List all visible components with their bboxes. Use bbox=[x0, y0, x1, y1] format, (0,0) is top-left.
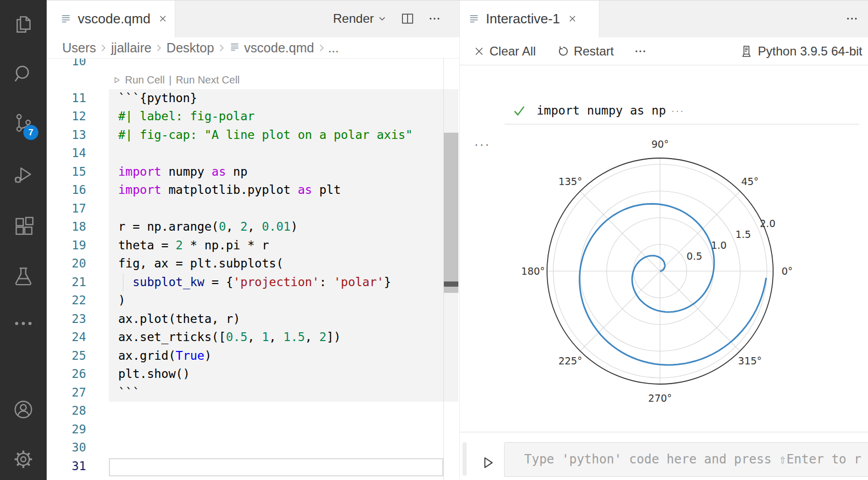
line-number: 20 bbox=[47, 255, 86, 273]
breadcrumb-ellipsis[interactable]: ... bbox=[328, 40, 339, 55]
tab-label: vscode.qmd bbox=[78, 11, 150, 27]
close-icon[interactable] bbox=[158, 13, 168, 24]
line-number: 16 bbox=[47, 181, 86, 200]
interactive-file-icon bbox=[468, 13, 480, 24]
clear-all-button[interactable]: Clear All bbox=[473, 44, 536, 59]
line-number: 28 bbox=[47, 402, 86, 420]
svg-text:0.5: 0.5 bbox=[687, 250, 702, 262]
render-button[interactable]: Render bbox=[333, 11, 387, 26]
scrollbar-thumb[interactable] bbox=[444, 133, 458, 293]
code-text: #| fig-cap: "A line plot on a polar axis… bbox=[118, 126, 413, 145]
line-number: 23 bbox=[47, 310, 86, 329]
polar-plot: 0°45°90°135°180°225°270°315°0.51.01.52.0 bbox=[460, 65, 868, 432]
qmd-file-icon bbox=[229, 40, 240, 55]
restart-label: Restart bbox=[573, 44, 613, 59]
line-number: 30 bbox=[47, 439, 86, 457]
breadcrumb-item[interactable]: vscode.qmd bbox=[244, 40, 314, 55]
scm-badge: 7 bbox=[23, 125, 38, 140]
breadcrumb-chevron-icon bbox=[99, 44, 108, 52]
editor-group: vscode.qmd Render Us bbox=[47, 0, 459, 480]
run-cell-link[interactable]: Run Cell bbox=[125, 74, 165, 86]
extensions-icon[interactable] bbox=[12, 214, 35, 237]
current-line-highlight bbox=[109, 458, 443, 476]
breadcrumb[interactable]: UsersjjallaireDesktopvscode.qmd... bbox=[47, 37, 459, 59]
run-next-cell-link[interactable]: Run Next Cell bbox=[176, 74, 240, 86]
testing-icon[interactable] bbox=[12, 265, 35, 288]
code-text: plt.show() bbox=[118, 365, 190, 384]
line-number: 19 bbox=[47, 236, 86, 255]
line-number: 31 bbox=[47, 457, 86, 476]
breadcrumb-chevron-icon bbox=[217, 44, 226, 52]
codelens-separator: | bbox=[169, 74, 172, 86]
editor-tab-bar: vscode.qmd Render bbox=[47, 0, 459, 37]
breadcrumb-item[interactable]: jjallaire bbox=[111, 40, 151, 55]
svg-text:45°: 45° bbox=[741, 176, 759, 187]
line-number: 29 bbox=[47, 420, 86, 439]
code-editor[interactable]: 10Run Cell|Run Next Cell11```{python}12#… bbox=[47, 59, 459, 480]
close-icon[interactable] bbox=[567, 13, 578, 24]
code-text: import numpy as np bbox=[118, 163, 247, 181]
breadcrumb-item[interactable]: Users bbox=[62, 40, 96, 55]
clear-all-label: Clear All bbox=[489, 44, 536, 59]
breadcrumb-chevron-icon bbox=[155, 44, 163, 52]
tab-interactive-1[interactable]: Interactive-1 bbox=[460, 0, 599, 37]
svg-text:0°: 0° bbox=[781, 265, 793, 277]
line-number: 14 bbox=[47, 144, 86, 163]
line-number: 11 bbox=[47, 89, 86, 108]
render-label: Render bbox=[333, 11, 374, 26]
panel-more-icon[interactable] bbox=[845, 0, 859, 37]
editor-more-icon[interactable] bbox=[428, 12, 441, 25]
code-text: fig, ax = plt.subplots( bbox=[118, 255, 284, 273]
qmd-file-icon bbox=[60, 13, 72, 24]
code-text: ) bbox=[118, 291, 125, 310]
code-text: ax.plot(theta, r) bbox=[118, 310, 240, 329]
split-editor-icon[interactable] bbox=[401, 12, 414, 25]
svg-text:225°: 225° bbox=[558, 355, 582, 366]
editor-scrollbar[interactable] bbox=[444, 59, 458, 480]
line-number: 18 bbox=[47, 218, 86, 236]
tab-label: Interactive-1 bbox=[486, 11, 560, 27]
panel-tab-bar: Interactive-1 bbox=[460, 0, 868, 37]
line-number: 25 bbox=[47, 347, 86, 365]
svg-text:1.5: 1.5 bbox=[735, 229, 751, 240]
toolbar-more-icon[interactable] bbox=[634, 45, 647, 58]
svg-text:2.0: 2.0 bbox=[760, 218, 775, 229]
run-input-button[interactable] bbox=[481, 455, 495, 472]
svg-text:315°: 315° bbox=[738, 355, 762, 366]
vscode-window: 7 bbox=[0, 0, 868, 480]
settings-gear-icon[interactable] bbox=[12, 448, 35, 471]
code-text: ax.grid(True) bbox=[118, 347, 212, 365]
search-icon[interactable] bbox=[12, 63, 35, 86]
breadcrumb-item[interactable]: Desktop bbox=[166, 40, 214, 55]
line-number: 15 bbox=[47, 163, 86, 181]
explorer-icon[interactable] bbox=[12, 13, 35, 36]
interactive-input-row: Type 'python' code here and press ⇧Enter… bbox=[460, 432, 868, 480]
svg-text:135°: 135° bbox=[558, 176, 582, 187]
run-cell-codelens[interactable]: Run Cell|Run Next Cell bbox=[113, 70, 240, 89]
chevron-down-icon bbox=[377, 13, 387, 24]
input-scroll-pill bbox=[463, 442, 467, 476]
restart-button[interactable]: Restart bbox=[556, 44, 613, 59]
svg-text:90°: 90° bbox=[651, 138, 669, 150]
overview-ruler-mark bbox=[444, 281, 458, 287]
line-number: 10 bbox=[47, 59, 86, 70]
run-debug-icon[interactable] bbox=[12, 164, 35, 187]
line-number: 27 bbox=[47, 384, 86, 402]
line-number: 12 bbox=[47, 107, 86, 126]
run-icon bbox=[113, 76, 121, 84]
activity-bar: 7 bbox=[0, 0, 47, 480]
kernel-label: Python 3.9.5 64-bit bbox=[758, 44, 862, 59]
code-input-field[interactable]: Type 'python' code here and press ⇧Enter… bbox=[504, 442, 868, 477]
more-icon[interactable] bbox=[12, 312, 35, 335]
code-text: subplot_kw = {'projection': 'polar'} bbox=[118, 273, 391, 292]
code-text: ``` bbox=[118, 384, 140, 402]
code-text: ```{python} bbox=[118, 89, 197, 108]
interactive-output: import numpy as np ··· ··· 0°45°90°135°1… bbox=[460, 65, 868, 432]
account-icon[interactable] bbox=[12, 398, 35, 421]
editor-actions: Render bbox=[333, 0, 441, 37]
line-number: 13 bbox=[47, 126, 86, 145]
interactive-panel: Interactive-1 Clear All bbox=[459, 0, 868, 480]
tab-vscode-qmd[interactable]: vscode.qmd bbox=[47, 0, 175, 37]
code-text: r = np.arange(0, 2, 0.01) bbox=[118, 218, 298, 236]
kernel-indicator[interactable]: Python 3.9.5 64-bit bbox=[739, 37, 862, 65]
